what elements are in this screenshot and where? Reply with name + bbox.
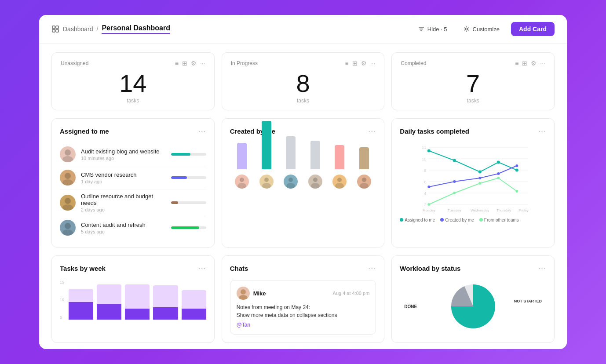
svg-rect-0 bbox=[52, 26, 55, 29]
workload-title: Workload by status bbox=[400, 265, 460, 272]
svg-point-17 bbox=[237, 183, 246, 189]
gear-icon bbox=[463, 25, 470, 33]
stat-card-actions-3: ≡ ⊞ ⚙ ··· bbox=[515, 60, 545, 67]
svg-point-9 bbox=[62, 156, 73, 162]
svg-text:Tuesday: Tuesday bbox=[448, 208, 461, 212]
svg-point-27 bbox=[360, 183, 369, 189]
chats-title: Chats bbox=[230, 265, 248, 272]
svg-text:4: 4 bbox=[424, 191, 427, 196]
week-title: Tasks by week bbox=[60, 265, 106, 272]
customize-button[interactable]: Customize bbox=[459, 23, 504, 35]
task-progress bbox=[171, 201, 206, 204]
svg-point-48 bbox=[497, 172, 500, 175]
svg-text:6: 6 bbox=[424, 180, 427, 184]
task-time: 5 days ago bbox=[81, 229, 166, 234]
stat-inprogress-count: 8 bbox=[231, 71, 376, 96]
svg-point-15 bbox=[62, 229, 73, 236]
chats-card: Chats ··· Mike Aug 4 at 4:00 pm bbox=[222, 255, 385, 343]
more-icon-stat[interactable]: ··· bbox=[200, 60, 205, 67]
more-icon-stat3[interactable]: ··· bbox=[540, 60, 545, 67]
svg-text:Monday: Monday bbox=[423, 208, 435, 212]
filter-icon bbox=[418, 25, 425, 33]
stats-row: Unassigned ≡ ⊞ ⚙ ··· 14 tasks In Progres… bbox=[51, 52, 555, 110]
week-bar-top bbox=[182, 290, 206, 309]
chat-line2: Show more meta data on collapse sections bbox=[237, 311, 370, 319]
week-bar-bottom bbox=[97, 304, 121, 320]
svg-point-22 bbox=[313, 178, 318, 182]
svg-point-10 bbox=[65, 173, 71, 179]
dashboard-link[interactable]: Dashboard bbox=[63, 25, 93, 33]
stat-card-inprogress: In Progress ≡ ⊞ ⚙ ··· 8 tasks bbox=[222, 52, 385, 110]
bar-avatar bbox=[259, 175, 274, 189]
stat-card-actions-2: ≡ ⊞ ⚙ ··· bbox=[345, 60, 375, 67]
chat-author: Mike bbox=[253, 290, 266, 297]
filter-icon-stat3[interactable]: ≡ bbox=[515, 60, 518, 67]
week-bar-group bbox=[125, 280, 150, 320]
svg-point-53 bbox=[497, 177, 500, 179]
gear-icon-stat3[interactable]: ⚙ bbox=[531, 60, 537, 67]
bar-group bbox=[235, 143, 249, 189]
svg-point-12 bbox=[65, 198, 71, 204]
week-bar-bottom bbox=[125, 309, 150, 320]
task-name: Outline resource and budget needs bbox=[81, 193, 166, 206]
svg-text:11: 11 bbox=[422, 146, 427, 150]
breadcrumb-sep: / bbox=[97, 25, 99, 33]
bar-avatar bbox=[308, 175, 322, 189]
pie-chart: DONE NOT STARTED bbox=[400, 280, 546, 333]
legend-other: From other teams bbox=[479, 218, 519, 222]
bar-group bbox=[284, 136, 298, 189]
filter-icon-stat[interactable]: ≡ bbox=[175, 60, 179, 67]
chat-time: Aug 4 at 4:00 pm bbox=[333, 291, 370, 296]
daily-tasks-card: Daily tasks completed ··· 11 10 bbox=[391, 118, 555, 248]
hide-button[interactable]: Hide · 5 bbox=[413, 23, 452, 35]
svg-point-50 bbox=[428, 203, 431, 206]
middle-grid: Assigned to me ··· Audit existing blog a… bbox=[51, 118, 555, 248]
stat-unassigned-count: 14 bbox=[61, 71, 205, 96]
week-bar-top bbox=[69, 289, 93, 302]
svg-rect-3 bbox=[56, 29, 58, 32]
chat-avatar bbox=[237, 287, 250, 300]
expand-icon-stat[interactable]: ⊞ bbox=[182, 60, 187, 67]
task-name: Audit existing blog and website bbox=[81, 148, 166, 155]
workload-menu[interactable]: ··· bbox=[538, 264, 546, 273]
customize-label: Customize bbox=[473, 26, 500, 33]
expand-icon-stat2[interactable]: ⊞ bbox=[352, 60, 358, 67]
stat-completed-unit: tasks bbox=[401, 98, 545, 104]
svg-point-60 bbox=[241, 289, 246, 295]
task-list: Audit existing blog and website 10 minut… bbox=[60, 143, 206, 239]
task-name: Content audit and refresh bbox=[81, 222, 166, 228]
chat-mention[interactable]: @Tan bbox=[237, 322, 370, 328]
created-menu[interactable]: ··· bbox=[368, 127, 376, 136]
task-item: Audit existing blog and website 10 minut… bbox=[60, 143, 206, 166]
week-bar-group bbox=[182, 280, 206, 320]
chat-message: Mike Aug 4 at 4:00 pm Notes from meeting… bbox=[230, 280, 376, 335]
task-item: Outline resource and budget needs 2 days… bbox=[60, 189, 206, 216]
filter-icon-stat2[interactable]: ≡ bbox=[345, 60, 348, 67]
more-icon-stat2[interactable]: ··· bbox=[370, 60, 376, 67]
week-menu[interactable]: ··· bbox=[198, 264, 206, 273]
svg-point-47 bbox=[479, 177, 482, 179]
bar-group bbox=[357, 147, 371, 189]
svg-point-23 bbox=[311, 183, 320, 189]
gear-icon-stat[interactable]: ⚙ bbox=[191, 60, 197, 67]
task-name: CMS vendor research bbox=[81, 171, 166, 178]
svg-text:Thursday: Thursday bbox=[496, 208, 511, 212]
stat-completed-count: 7 bbox=[401, 71, 545, 96]
gear-icon-stat2[interactable]: ⚙ bbox=[361, 60, 367, 67]
chats-menu[interactable]: ··· bbox=[368, 264, 376, 273]
add-card-button[interactable]: Add Card bbox=[511, 22, 555, 36]
svg-point-46 bbox=[453, 180, 456, 183]
task-item: Content audit and refresh 5 days ago bbox=[60, 216, 206, 239]
assigned-title: Assigned to me bbox=[60, 127, 109, 135]
svg-point-52 bbox=[479, 182, 482, 185]
content-area: Unassigned ≡ ⊞ ⚙ ··· 14 tasks In Progres… bbox=[39, 44, 567, 349]
assigned-menu[interactable]: ··· bbox=[198, 127, 206, 136]
bottom-grid: Tasks by week ··· 15 10 5 bbox=[51, 255, 555, 343]
daily-menu[interactable]: ··· bbox=[538, 127, 546, 136]
svg-point-13 bbox=[62, 204, 73, 211]
svg-point-43 bbox=[497, 161, 500, 164]
svg-point-7 bbox=[465, 28, 467, 30]
task-avatar bbox=[60, 220, 76, 236]
y-label-10: 10 bbox=[60, 298, 64, 302]
expand-icon-stat3[interactable]: ⊞ bbox=[522, 60, 527, 67]
